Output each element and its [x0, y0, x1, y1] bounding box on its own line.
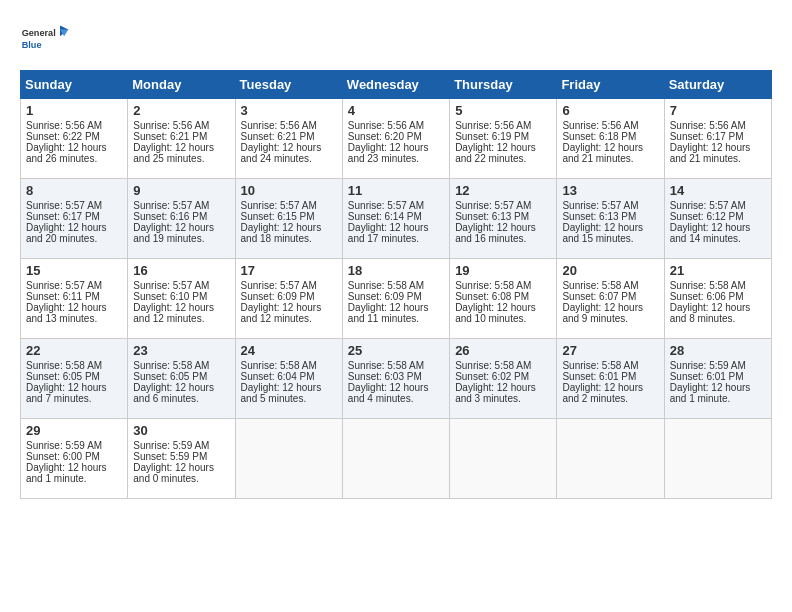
calendar-table: SundayMondayTuesdayWednesdayThursdayFrid… — [20, 70, 772, 499]
calendar-cell — [235, 419, 342, 499]
calendar-cell: 26Sunrise: 5:58 AMSunset: 6:02 PMDayligh… — [450, 339, 557, 419]
header-friday: Friday — [557, 71, 664, 99]
day-number: 15 — [26, 263, 122, 278]
calendar-cell — [342, 419, 449, 499]
day-info: Sunrise: 5:59 AMSunset: 6:01 PMDaylight:… — [670, 360, 751, 404]
day-number: 6 — [562, 103, 658, 118]
page-header: General Blue — [20, 20, 772, 60]
calendar-header-row: SundayMondayTuesdayWednesdayThursdayFrid… — [21, 71, 772, 99]
day-number: 9 — [133, 183, 229, 198]
calendar-cell: 12Sunrise: 5:57 AMSunset: 6:13 PMDayligh… — [450, 179, 557, 259]
day-number: 25 — [348, 343, 444, 358]
day-number: 11 — [348, 183, 444, 198]
day-number: 18 — [348, 263, 444, 278]
logo: General Blue — [20, 20, 70, 60]
day-number: 20 — [562, 263, 658, 278]
calendar-cell — [450, 419, 557, 499]
calendar-cell: 25Sunrise: 5:58 AMSunset: 6:03 PMDayligh… — [342, 339, 449, 419]
calendar-cell: 2Sunrise: 5:56 AMSunset: 6:21 PMDaylight… — [128, 99, 235, 179]
day-info: Sunrise: 5:58 AMSunset: 6:04 PMDaylight:… — [241, 360, 322, 404]
day-info: Sunrise: 5:57 AMSunset: 6:11 PMDaylight:… — [26, 280, 107, 324]
day-number: 12 — [455, 183, 551, 198]
day-info: Sunrise: 5:56 AMSunset: 6:22 PMDaylight:… — [26, 120, 107, 164]
calendar-cell: 23Sunrise: 5:58 AMSunset: 6:05 PMDayligh… — [128, 339, 235, 419]
day-info: Sunrise: 5:59 AMSunset: 6:00 PMDaylight:… — [26, 440, 107, 484]
calendar-cell: 22Sunrise: 5:58 AMSunset: 6:05 PMDayligh… — [21, 339, 128, 419]
calendar-cell: 21Sunrise: 5:58 AMSunset: 6:06 PMDayligh… — [664, 259, 771, 339]
calendar-week-row: 8Sunrise: 5:57 AMSunset: 6:17 PMDaylight… — [21, 179, 772, 259]
day-info: Sunrise: 5:58 AMSunset: 6:05 PMDaylight:… — [133, 360, 214, 404]
day-info: Sunrise: 5:56 AMSunset: 6:18 PMDaylight:… — [562, 120, 643, 164]
day-info: Sunrise: 5:58 AMSunset: 6:07 PMDaylight:… — [562, 280, 643, 324]
day-number: 10 — [241, 183, 337, 198]
calendar-cell: 13Sunrise: 5:57 AMSunset: 6:13 PMDayligh… — [557, 179, 664, 259]
calendar-cell: 29Sunrise: 5:59 AMSunset: 6:00 PMDayligh… — [21, 419, 128, 499]
day-number: 30 — [133, 423, 229, 438]
calendar-cell: 7Sunrise: 5:56 AMSunset: 6:17 PMDaylight… — [664, 99, 771, 179]
day-number: 22 — [26, 343, 122, 358]
day-number: 16 — [133, 263, 229, 278]
day-info: Sunrise: 5:56 AMSunset: 6:21 PMDaylight:… — [133, 120, 214, 164]
day-number: 29 — [26, 423, 122, 438]
day-info: Sunrise: 5:58 AMSunset: 6:03 PMDaylight:… — [348, 360, 429, 404]
calendar-cell: 6Sunrise: 5:56 AMSunset: 6:18 PMDaylight… — [557, 99, 664, 179]
day-number: 1 — [26, 103, 122, 118]
calendar-cell: 8Sunrise: 5:57 AMSunset: 6:17 PMDaylight… — [21, 179, 128, 259]
day-info: Sunrise: 5:56 AMSunset: 6:19 PMDaylight:… — [455, 120, 536, 164]
day-info: Sunrise: 5:57 AMSunset: 6:16 PMDaylight:… — [133, 200, 214, 244]
header-saturday: Saturday — [664, 71, 771, 99]
day-info: Sunrise: 5:57 AMSunset: 6:13 PMDaylight:… — [562, 200, 643, 244]
calendar-week-row: 1Sunrise: 5:56 AMSunset: 6:22 PMDaylight… — [21, 99, 772, 179]
day-info: Sunrise: 5:57 AMSunset: 6:09 PMDaylight:… — [241, 280, 322, 324]
calendar-cell: 20Sunrise: 5:58 AMSunset: 6:07 PMDayligh… — [557, 259, 664, 339]
day-number: 28 — [670, 343, 766, 358]
day-info: Sunrise: 5:58 AMSunset: 6:01 PMDaylight:… — [562, 360, 643, 404]
day-info: Sunrise: 5:58 AMSunset: 6:02 PMDaylight:… — [455, 360, 536, 404]
calendar-cell: 4Sunrise: 5:56 AMSunset: 6:20 PMDaylight… — [342, 99, 449, 179]
header-thursday: Thursday — [450, 71, 557, 99]
day-info: Sunrise: 5:56 AMSunset: 6:17 PMDaylight:… — [670, 120, 751, 164]
day-number: 5 — [455, 103, 551, 118]
day-info: Sunrise: 5:58 AMSunset: 6:05 PMDaylight:… — [26, 360, 107, 404]
calendar-cell: 17Sunrise: 5:57 AMSunset: 6:09 PMDayligh… — [235, 259, 342, 339]
header-sunday: Sunday — [21, 71, 128, 99]
day-number: 3 — [241, 103, 337, 118]
day-info: Sunrise: 5:57 AMSunset: 6:14 PMDaylight:… — [348, 200, 429, 244]
day-number: 14 — [670, 183, 766, 198]
day-number: 4 — [348, 103, 444, 118]
day-info: Sunrise: 5:58 AMSunset: 6:06 PMDaylight:… — [670, 280, 751, 324]
logo-bird-icon: General Blue — [20, 20, 70, 60]
day-info: Sunrise: 5:57 AMSunset: 6:12 PMDaylight:… — [670, 200, 751, 244]
calendar-cell: 30Sunrise: 5:59 AMSunset: 5:59 PMDayligh… — [128, 419, 235, 499]
header-monday: Monday — [128, 71, 235, 99]
day-number: 8 — [26, 183, 122, 198]
calendar-cell: 18Sunrise: 5:58 AMSunset: 6:09 PMDayligh… — [342, 259, 449, 339]
day-info: Sunrise: 5:58 AMSunset: 6:08 PMDaylight:… — [455, 280, 536, 324]
day-number: 13 — [562, 183, 658, 198]
calendar-cell — [557, 419, 664, 499]
svg-text:General: General — [22, 28, 56, 38]
calendar-cell: 28Sunrise: 5:59 AMSunset: 6:01 PMDayligh… — [664, 339, 771, 419]
day-number: 7 — [670, 103, 766, 118]
day-number: 19 — [455, 263, 551, 278]
calendar-cell: 19Sunrise: 5:58 AMSunset: 6:08 PMDayligh… — [450, 259, 557, 339]
calendar-cell: 24Sunrise: 5:58 AMSunset: 6:04 PMDayligh… — [235, 339, 342, 419]
day-number: 2 — [133, 103, 229, 118]
calendar-cell: 9Sunrise: 5:57 AMSunset: 6:16 PMDaylight… — [128, 179, 235, 259]
day-info: Sunrise: 5:57 AMSunset: 6:15 PMDaylight:… — [241, 200, 322, 244]
day-info: Sunrise: 5:56 AMSunset: 6:21 PMDaylight:… — [241, 120, 322, 164]
day-info: Sunrise: 5:57 AMSunset: 6:13 PMDaylight:… — [455, 200, 536, 244]
header-wednesday: Wednesday — [342, 71, 449, 99]
calendar-cell: 5Sunrise: 5:56 AMSunset: 6:19 PMDaylight… — [450, 99, 557, 179]
day-number: 21 — [670, 263, 766, 278]
day-number: 26 — [455, 343, 551, 358]
calendar-week-row: 29Sunrise: 5:59 AMSunset: 6:00 PMDayligh… — [21, 419, 772, 499]
day-number: 23 — [133, 343, 229, 358]
day-number: 24 — [241, 343, 337, 358]
calendar-cell: 3Sunrise: 5:56 AMSunset: 6:21 PMDaylight… — [235, 99, 342, 179]
calendar-week-row: 15Sunrise: 5:57 AMSunset: 6:11 PMDayligh… — [21, 259, 772, 339]
calendar-cell: 14Sunrise: 5:57 AMSunset: 6:12 PMDayligh… — [664, 179, 771, 259]
calendar-week-row: 22Sunrise: 5:58 AMSunset: 6:05 PMDayligh… — [21, 339, 772, 419]
day-info: Sunrise: 5:58 AMSunset: 6:09 PMDaylight:… — [348, 280, 429, 324]
calendar-cell: 15Sunrise: 5:57 AMSunset: 6:11 PMDayligh… — [21, 259, 128, 339]
